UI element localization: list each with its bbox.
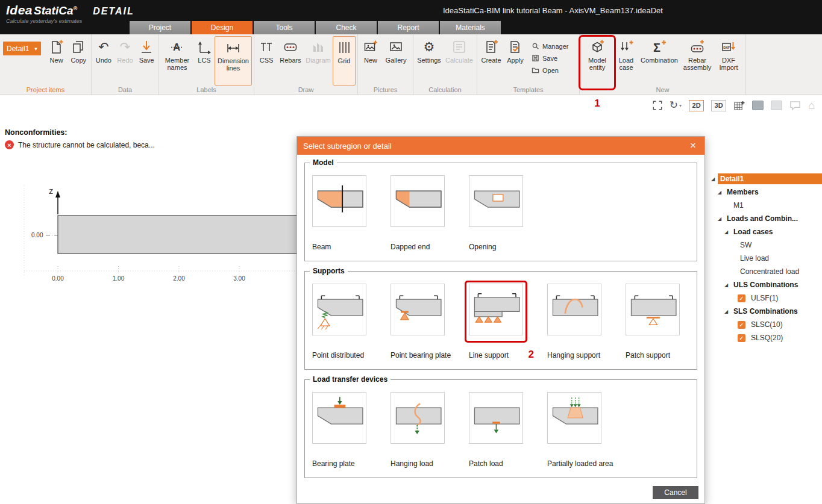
- tree-item-slsq-20[interactable]: ✓SLSQ(20): [710, 331, 822, 344]
- tree-item-load-cases[interactable]: ◢Load cases: [710, 225, 822, 238]
- tree-item-members[interactable]: ◢Members: [710, 185, 822, 199]
- settings-button[interactable]: ⚙Settings: [415, 36, 444, 86]
- new-project-item-button[interactable]: New: [46, 36, 67, 86]
- beam-diagram-canvas[interactable]: Z 0.00 0.00 1.00 2.00 3.00: [17, 181, 309, 289]
- tab-tools[interactable]: Tools: [254, 21, 315, 34]
- tab-project[interactable]: Project: [130, 21, 190, 34]
- template-manager-button[interactable]: Manager: [532, 42, 568, 50]
- tile-label: Hanging load: [391, 459, 445, 468]
- checkbox-checked[interactable]: ✓: [738, 294, 745, 302]
- load-case-button[interactable]: Load case: [613, 36, 639, 86]
- logo-statica: StatiCa®: [34, 4, 77, 17]
- solid-view-icon[interactable]: [752, 101, 764, 110]
- tree-item-concentrated-load[interactable]: Concentrated load: [710, 265, 822, 278]
- gallery-icon: [388, 39, 404, 55]
- diagram-toggle[interactable]: Diagram: [304, 36, 333, 86]
- project-tree: ◢Detail1◢MembersM1◢Loads and Combin...◢L…: [710, 172, 822, 344]
- expander-icon[interactable]: ◢: [711, 176, 718, 182]
- tree-item-slsc-10[interactable]: ✓SLSC(10): [710, 318, 822, 331]
- tile-bearing-plate[interactable]: Bearing plate: [312, 392, 366, 468]
- combination-button[interactable]: ΣCombination: [639, 36, 680, 86]
- expander-icon[interactable]: ◢: [718, 190, 724, 195]
- save-template-button[interactable]: Save: [532, 54, 568, 62]
- dialog-header[interactable]: Select subregion or detail ×: [297, 137, 704, 155]
- home-icon[interactable]: ⌂: [808, 100, 815, 111]
- tile-patch-support[interactable]: Patch support: [626, 284, 680, 359]
- tree-item-sw[interactable]: SW: [710, 238, 822, 252]
- close-icon[interactable]: ×: [688, 140, 698, 152]
- tile-point-bearing-plate[interactable]: Point bearing plate: [391, 284, 445, 359]
- ribbon-button-label: Load case: [613, 57, 639, 71]
- member-names-toggle[interactable]: AMember names: [160, 36, 194, 86]
- tree-item-uls-combinations[interactable]: ◢ULS Combinations: [710, 278, 822, 291]
- tile-hanging-support[interactable]: Hanging support: [547, 284, 601, 359]
- tile-point-distributed[interactable]: Point distributed: [312, 284, 366, 359]
- new-picture-button[interactable]: New: [359, 36, 382, 86]
- expander-icon[interactable]: ◢: [724, 229, 731, 235]
- calculate-icon: [451, 39, 467, 55]
- ruler-label: 0.00: [52, 275, 64, 282]
- undo-button[interactable]: ↶Undo: [93, 36, 115, 86]
- tree-item-ulsf-1[interactable]: ✓ULSF(1): [710, 291, 822, 305]
- bearing-plate-thumbnail-icon: [312, 392, 366, 444]
- tile-patch-load[interactable]: Patch load: [469, 392, 523, 468]
- apply-template-button[interactable]: Apply: [504, 36, 527, 86]
- tile-partially-loaded-area[interactable]: Partially loaded area: [547, 392, 601, 468]
- view-2d-button[interactable]: 2D: [689, 100, 704, 111]
- detail-selector[interactable]: Detail1▾: [3, 42, 41, 55]
- css-button[interactable]: CSS: [256, 36, 277, 86]
- tile-hanging-load[interactable]: Hanging load: [391, 392, 445, 468]
- rebars-button[interactable]: Rebars: [277, 36, 304, 86]
- grid-settings-icon[interactable]: [733, 100, 745, 111]
- window-title: IdeaStatiCa-BIM link tutorial Beam - Axi…: [443, 6, 663, 15]
- nonconformity-item[interactable]: × The structure cannot be calculated, be…: [5, 140, 155, 149]
- comment-icon[interactable]: [789, 101, 801, 111]
- expander-icon[interactable]: ◢: [718, 216, 724, 222]
- dimension-lines-toggle[interactable]: Dimension lines: [215, 36, 252, 86]
- lcs-icon: [196, 39, 212, 55]
- model-entity-button[interactable]: Model entity1: [581, 36, 613, 86]
- calculate-button[interactable]: Calculate: [444, 36, 475, 86]
- tree-item-detail1[interactable]: ◢Detail1: [710, 172, 822, 185]
- tree-item-m1[interactable]: M1: [710, 199, 822, 212]
- view-3d-button[interactable]: 3D: [711, 100, 726, 111]
- lcs-toggle[interactable]: LCS: [194, 36, 215, 86]
- ribbon-button-label: Combination: [641, 57, 678, 64]
- picture-new-icon: [363, 39, 378, 55]
- transparent-view-icon[interactable]: [771, 101, 782, 110]
- gallery-button[interactable]: Gallery: [382, 36, 410, 86]
- tree-item-loads-and-combin[interactable]: ◢Loads and Combin...: [710, 212, 822, 225]
- tile-label: Opening: [469, 243, 523, 251]
- tree-item-sls-combinations[interactable]: ◢SLS Combinations: [710, 305, 822, 318]
- open-template-button[interactable]: Open: [532, 66, 568, 74]
- tile-opening[interactable]: Opening: [469, 175, 523, 251]
- cancel-button[interactable]: Cancel: [653, 486, 698, 499]
- tab-materials[interactable]: Materials: [440, 21, 501, 34]
- tab-report[interactable]: Report: [378, 21, 439, 34]
- expander-icon[interactable]: ◢: [724, 282, 731, 288]
- logo-tagline: Calculate yesterday's estimates: [6, 18, 134, 24]
- rebar-assembly-button[interactable]: Rebar assembly: [680, 36, 715, 86]
- expander-icon[interactable]: ◢: [724, 309, 731, 314]
- tile-beam[interactable]: Beam: [312, 175, 366, 251]
- checkbox-checked[interactable]: ✓: [738, 334, 745, 342]
- tree-item-label: M1: [731, 200, 746, 211]
- grid-toggle[interactable]: Grid: [333, 36, 356, 86]
- redo-button[interactable]: ↷Redo: [115, 36, 136, 86]
- dxf-import-button[interactable]: DXFDXF Import: [715, 36, 742, 86]
- tile-line-support[interactable]: Line support2: [469, 284, 523, 359]
- checkbox-checked[interactable]: ✓: [738, 321, 745, 329]
- ribbon-group-label: Project items: [0, 86, 91, 93]
- create-template-button[interactable]: Create: [478, 36, 504, 86]
- zoom-extents-icon[interactable]: [653, 101, 662, 110]
- tab-design[interactable]: Design: [192, 21, 253, 34]
- tree-item-live-load[interactable]: Live load: [710, 252, 822, 265]
- save-button[interactable]: Save: [136, 36, 157, 86]
- partially-loaded-area-thumbnail-icon: [547, 392, 601, 444]
- tab-check[interactable]: Check: [316, 21, 377, 34]
- rotate-view-icon[interactable]: ↻▾: [670, 100, 682, 111]
- copy-project-item-button[interactable]: Copy: [67, 36, 90, 86]
- template-stack: ManagerSaveOpen: [527, 36, 568, 74]
- tile-dapped-end[interactable]: Dapped end: [391, 175, 445, 251]
- dialog-title: Select subregion or detail: [303, 142, 688, 151]
